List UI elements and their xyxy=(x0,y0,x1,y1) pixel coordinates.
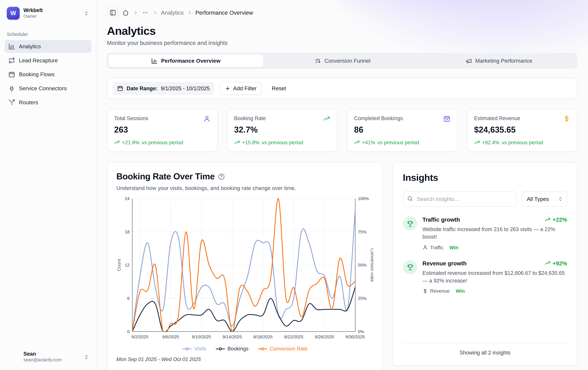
plug-icon xyxy=(8,85,15,92)
help-circle-icon[interactable] xyxy=(218,173,225,180)
tab-marketing-performance[interactable]: Marketing Performance xyxy=(421,54,576,68)
sidebar-toggle-button[interactable] xyxy=(107,7,118,18)
insight-item-traffic-growth[interactable]: Traffic growth +22% Website traffic incr… xyxy=(403,216,567,250)
sidebar-item-label: Analytics xyxy=(19,43,41,50)
trending-up-icon xyxy=(545,260,551,266)
tab-label: Performance Overview xyxy=(161,58,220,64)
workspace-switcher[interactable]: W Wrkbelt Owner xyxy=(5,5,92,22)
filter-bar: Date Range: 9/1/2025 - 10/1/2025 Add Fil… xyxy=(107,78,578,99)
x-tick: 9/30/2025 xyxy=(346,334,365,339)
x-tick: 9/14/2025 xyxy=(223,334,242,339)
add-filter-button[interactable]: Add Filter xyxy=(220,82,262,95)
stat-card-estimated-revenue: Estimated Revenue $24,635.65 +92.4% vs p… xyxy=(467,109,578,152)
user-menu[interactable]: Sean sean@aclarify.com xyxy=(5,348,92,365)
legend-item-conversion-rate[interactable]: Conversion Rate xyxy=(258,346,308,351)
repeat-icon xyxy=(8,57,15,64)
plus-icon xyxy=(225,85,231,91)
stat-delta-row: +15.8% vs previous period xyxy=(234,140,330,145)
sidebar: W Wrkbelt Owner Scheduler Analytics xyxy=(0,0,96,370)
sidebar-item-label: Lead Recapture xyxy=(19,57,58,63)
sidebar-item-label: Booking Flows xyxy=(19,71,54,77)
series-line-visits xyxy=(132,210,355,332)
series-line-bookings xyxy=(132,287,355,333)
split-icon xyxy=(8,99,15,106)
workspace-role: Owner xyxy=(23,13,80,19)
reset-button[interactable]: Reset xyxy=(267,82,291,94)
booking-rate-chart-card: Booking Rate Over Time Understand how yo… xyxy=(107,162,383,370)
trophy-icon xyxy=(403,260,417,274)
insights-footer: Showing all 2 insights xyxy=(403,343,567,356)
sidebar-item-booking-flows[interactable]: Booking Flows xyxy=(5,68,92,81)
view-tabs: Performance Overview Conversion Funnel M… xyxy=(107,53,578,69)
add-filter-label: Add Filter xyxy=(233,85,257,91)
trending-up-icon xyxy=(323,115,330,123)
y-tick-left: 18 xyxy=(125,229,130,234)
x-tick: 9/10/2025 xyxy=(192,334,211,339)
page-subtitle: Monitor your business performance and in… xyxy=(107,40,578,46)
legend-label: Visits xyxy=(194,346,206,351)
sidebar-item-routers[interactable]: Routers xyxy=(5,96,92,109)
stat-label: Total Sessions xyxy=(114,115,148,121)
legend-item-visits[interactable]: Visits xyxy=(182,346,206,351)
right-axis-title: Conversion Rate xyxy=(370,248,373,282)
stat-delta-row: +21.8% vs previous period xyxy=(114,140,210,145)
calendar-icon xyxy=(117,85,123,91)
stat-delta-row: +92.4% vs previous period xyxy=(474,140,570,145)
bar-chart-icon xyxy=(151,58,158,64)
stat-value: 263 xyxy=(114,125,210,135)
sidebar-item-service-connectors[interactable]: Service Connectors xyxy=(5,82,92,95)
line-dot-marker xyxy=(258,347,267,350)
y-tick-left: 24 xyxy=(125,196,130,201)
main-area: Analytics Performance Overview Analytics… xyxy=(96,0,588,370)
user-name: Sean xyxy=(23,351,80,357)
home-icon[interactable] xyxy=(122,9,130,17)
legend-label: Bookings xyxy=(228,346,249,351)
y-tick-left: 12 xyxy=(125,263,130,267)
insight-win-badge: Win xyxy=(450,245,459,250)
date-range-button[interactable]: Date Range: 9/1/2025 - 10/1/2025 xyxy=(113,82,214,95)
insights-title: Insights xyxy=(403,172,567,183)
search-icon xyxy=(407,195,413,202)
left-axis-title: Count xyxy=(116,259,122,271)
funnel-sort-icon xyxy=(315,58,321,64)
search-insights-input[interactable] xyxy=(403,191,516,207)
breadcrumb-analytics-link[interactable]: Analytics xyxy=(161,9,184,16)
sidebar-item-lead-recapture[interactable]: Lead Recapture xyxy=(5,54,92,67)
calendar-check-icon xyxy=(443,115,450,123)
stat-value: $24,635.65 xyxy=(474,125,570,135)
trending-up-icon xyxy=(234,140,240,145)
trending-up-icon xyxy=(474,140,480,145)
megaphone-icon xyxy=(465,58,472,64)
chevron-right-icon xyxy=(187,10,192,15)
x-tick: 9/18/2025 xyxy=(253,334,273,339)
dollar-sign-icon xyxy=(563,115,570,123)
calendar-icon xyxy=(8,71,15,78)
legend-item-bookings[interactable]: Bookings xyxy=(215,346,249,351)
type-filter-select[interactable]: All Types xyxy=(522,191,567,207)
tab-label: Conversion Funnel xyxy=(325,58,371,64)
chevrons-up-down-icon xyxy=(558,196,563,202)
insight-title: Revenue growth xyxy=(422,260,467,266)
trophy-icon xyxy=(403,216,417,231)
sidebar-item-analytics[interactable]: Analytics xyxy=(5,40,92,53)
trending-up-icon xyxy=(114,140,120,145)
series-line-conversion-rate xyxy=(132,198,355,335)
stat-label: Completed Bookings xyxy=(354,115,403,121)
panel-left-icon xyxy=(109,9,116,16)
insight-title: Traffic growth xyxy=(422,216,460,223)
dollar-sign-icon xyxy=(422,288,428,294)
insight-item-revenue-growth[interactable]: Revenue growth +92% Estimated revenue in… xyxy=(403,260,567,294)
stat-delta: +92.4% xyxy=(482,140,499,145)
sidebar-section-label: Scheduler xyxy=(7,32,89,37)
y-tick-left: 6 xyxy=(127,296,130,301)
booking-rate-chart[interactable]: 061218240%25%50%75%100%9/2/20259/6/20259… xyxy=(116,195,373,344)
app-root: W Wrkbelt Owner Scheduler Analytics xyxy=(0,0,588,370)
tab-conversion-funnel[interactable]: Conversion Funnel xyxy=(265,54,420,68)
stat-cards: Total Sessions 263 +21.8% vs previous pe… xyxy=(107,109,578,152)
type-filter-value: All Types xyxy=(527,196,549,202)
line-dot-marker xyxy=(215,347,225,350)
tab-performance-overview[interactable]: Performance Overview xyxy=(108,54,264,68)
y-tick-right: 100% xyxy=(358,196,369,201)
breadcrumb-ellipsis[interactable] xyxy=(141,9,149,17)
stat-delta-note: vs previous period xyxy=(142,140,183,145)
